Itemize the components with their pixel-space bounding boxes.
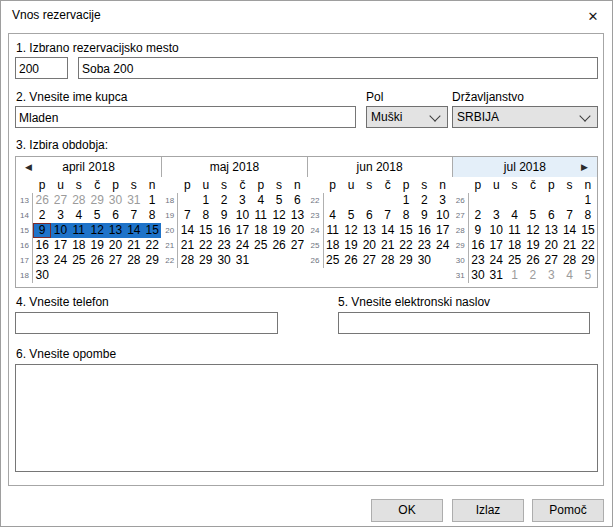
calendar-day[interactable]: 9 — [33, 223, 51, 238]
calendar-day[interactable]: 15 — [579, 223, 597, 238]
calendar-day[interactable]: 27 — [106, 253, 124, 268]
calendar-day[interactable]: 29 — [88, 193, 106, 208]
calendar-day[interactable]: 24 — [487, 253, 505, 268]
calendar-day[interactable]: 3 — [487, 208, 505, 223]
calendar-day[interactable]: 13 — [360, 223, 378, 238]
calendar-day[interactable]: 1 — [505, 268, 523, 283]
calendar-day[interactable]: 22 — [197, 238, 215, 253]
calendar-day[interactable]: 2 — [524, 268, 542, 283]
calendar-day[interactable]: 9 — [415, 208, 433, 223]
calendar-day[interactable]: 9 — [215, 208, 233, 223]
calendar-month-title[interactable]: jul 2018 — [452, 157, 597, 177]
calendar-day[interactable]: 17 — [487, 238, 505, 253]
calendar-day[interactable]: 19 — [524, 238, 542, 253]
help-button[interactable]: Pomoč — [532, 499, 604, 522]
calendar-day[interactable]: 21 — [125, 238, 143, 253]
calendar-day[interactable]: 6 — [288, 193, 306, 208]
calendar-day[interactable]: 16 — [33, 238, 51, 253]
calendar-day[interactable]: 18 — [324, 238, 342, 253]
calendar-day[interactable]: 4 — [70, 208, 88, 223]
calendar-day[interactable]: 5 — [270, 193, 288, 208]
calendar-day[interactable]: 19 — [88, 238, 106, 253]
calendar-day[interactable]: 17 — [51, 238, 69, 253]
calendar-day[interactable]: 18 — [252, 223, 270, 238]
calendar-day[interactable]: 28 — [560, 253, 578, 268]
calendar-day[interactable]: 28 — [125, 253, 143, 268]
calendar-day[interactable]: 29 — [143, 253, 161, 268]
calendar-day[interactable]: 17 — [433, 223, 451, 238]
calendar-day[interactable]: 5 — [342, 208, 360, 223]
calendar-day[interactable]: 2 — [215, 193, 233, 208]
calendar-day[interactable]: 24 — [51, 253, 69, 268]
calendar-day[interactable]: 7 — [378, 208, 396, 223]
calendar-day[interactable]: 11 — [70, 223, 88, 238]
calendar-day[interactable]: 16 — [215, 223, 233, 238]
calendar-day[interactable]: 18 — [505, 238, 523, 253]
calendar-day[interactable]: 27 — [360, 253, 378, 268]
calendar-day[interactable]: 14 — [178, 223, 196, 238]
calendar-day[interactable]: 19 — [342, 238, 360, 253]
calendar-day[interactable]: 9 — [469, 223, 487, 238]
calendar-day[interactable]: 18 — [70, 238, 88, 253]
calendar-day[interactable]: 28 — [70, 193, 88, 208]
calendar-day[interactable]: 30 — [33, 268, 51, 283]
calendar-day[interactable]: 12 — [524, 223, 542, 238]
calendar-day[interactable]: 5 — [88, 208, 106, 223]
calendar-day[interactable]: 21 — [560, 238, 578, 253]
calendar-next-icon[interactable]: ▶ — [581, 162, 588, 172]
calendar-day[interactable]: 2 — [469, 208, 487, 223]
calendar-day[interactable]: 28 — [178, 253, 196, 268]
calendar-day[interactable]: 30 — [469, 268, 487, 283]
calendar-day[interactable]: 8 — [143, 208, 161, 223]
calendar-day[interactable]: 27 — [288, 238, 306, 253]
calendar-day[interactable]: 27 — [542, 253, 560, 268]
calendar-day[interactable]: 5 — [579, 268, 597, 283]
calendar-day[interactable]: 13 — [542, 223, 560, 238]
calendar-day[interactable]: 23 — [469, 253, 487, 268]
calendar-day[interactable]: 25 — [252, 238, 270, 253]
calendar-day[interactable]: 4 — [252, 193, 270, 208]
calendar-day[interactable]: 8 — [197, 208, 215, 223]
calendar-day[interactable]: 3 — [433, 193, 451, 208]
calendar-day[interactable]: 10 — [433, 208, 451, 223]
calendar-day[interactable]: 8 — [579, 208, 597, 223]
calendar-day[interactable]: 26 — [270, 238, 288, 253]
calendar-day[interactable]: 7 — [178, 208, 196, 223]
calendar-day[interactable]: 6 — [542, 208, 560, 223]
calendar-day[interactable]: 13 — [288, 208, 306, 223]
calendar-day[interactable]: 8 — [397, 208, 415, 223]
calendar-day[interactable]: 4 — [505, 208, 523, 223]
calendar-day[interactable]: 5 — [524, 208, 542, 223]
calendar-day[interactable]: 10 — [51, 223, 69, 238]
calendar-day[interactable]: 7 — [125, 208, 143, 223]
calendar-day[interactable]: 31 — [233, 253, 251, 268]
calendar-day[interactable]: 30 — [215, 253, 233, 268]
phone-input[interactable] — [15, 312, 278, 334]
calendar-day[interactable]: 14 — [125, 223, 143, 238]
calendar-day[interactable]: 20 — [106, 238, 124, 253]
calendar-day[interactable]: 29 — [579, 253, 597, 268]
calendar-day[interactable]: 10 — [233, 208, 251, 223]
calendar-day[interactable]: 30 — [106, 193, 124, 208]
calendar-day[interactable]: 11 — [252, 208, 270, 223]
calendar-day[interactable]: 21 — [178, 238, 196, 253]
calendar-day[interactable]: 29 — [397, 253, 415, 268]
calendar-day[interactable]: 28 — [378, 253, 396, 268]
calendar-day[interactable]: 20 — [288, 223, 306, 238]
email-input[interactable] — [338, 312, 590, 334]
calendar-day[interactable]: 1 — [197, 193, 215, 208]
calendar-day[interactable]: 12 — [342, 223, 360, 238]
calendar-day[interactable]: 17 — [233, 223, 251, 238]
calendar-day[interactable]: 3 — [233, 193, 251, 208]
calendar-day[interactable]: 10 — [487, 223, 505, 238]
room-name-input[interactable] — [78, 57, 598, 79]
close-button[interactable]: ✕ — [576, 3, 610, 29]
calendar-month-title[interactable]: jun 2018 — [307, 157, 452, 177]
gender-select[interactable]: Muški — [366, 106, 448, 128]
calendar-day[interactable]: 29 — [197, 253, 215, 268]
calendar-day[interactable]: 15 — [197, 223, 215, 238]
calendar-day[interactable]: 26 — [524, 253, 542, 268]
calendar-day[interactable]: 3 — [51, 208, 69, 223]
calendar-day[interactable]: 23 — [33, 253, 51, 268]
calendar-day[interactable]: 25 — [505, 253, 523, 268]
